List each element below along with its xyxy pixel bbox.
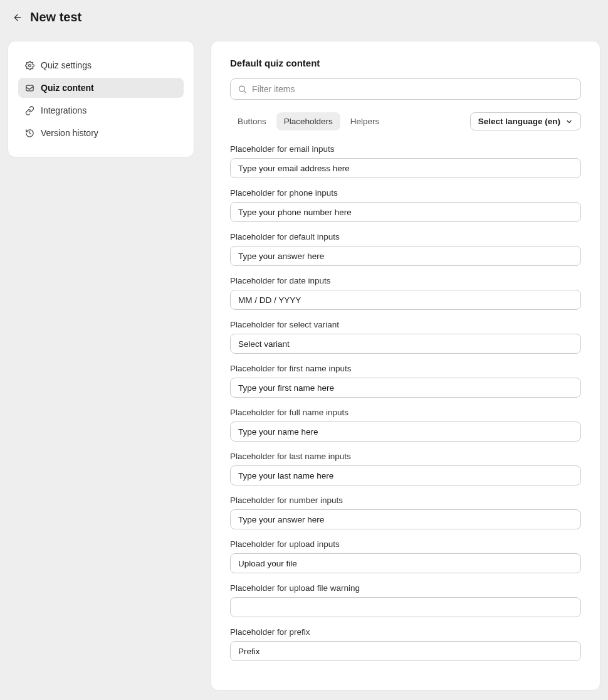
field-label: Placeholder for upload file warning bbox=[230, 583, 581, 593]
field-label: Placeholder for last name inputs bbox=[230, 452, 581, 461]
section-title: Default quiz content bbox=[230, 58, 581, 68]
sidebar-item-label: Quiz settings bbox=[41, 60, 92, 70]
sidebar-item-quiz-settings[interactable]: Quiz settings bbox=[18, 55, 184, 75]
field-input[interactable] bbox=[230, 509, 581, 529]
field-input[interactable] bbox=[230, 246, 581, 266]
language-select[interactable]: Select language (en) bbox=[470, 112, 581, 130]
filter-items-input[interactable] bbox=[230, 78, 581, 100]
sidebar: Quiz settingsQuiz contentIntegrationsVer… bbox=[8, 41, 194, 157]
page-title: New test bbox=[30, 10, 81, 24]
field-input[interactable] bbox=[230, 158, 581, 178]
field-input[interactable] bbox=[230, 334, 581, 354]
field-row: Placeholder for select variant bbox=[230, 320, 581, 354]
gear-icon bbox=[24, 60, 34, 70]
svg-line-4 bbox=[244, 91, 246, 93]
field-label: Placeholder for first name inputs bbox=[230, 364, 581, 373]
main-panel: Default quiz content ButtonsPlaceholders… bbox=[211, 41, 600, 691]
sidebar-item-quiz-content[interactable]: Quiz content bbox=[18, 78, 184, 98]
tabs: ButtonsPlaceholdersHelpers bbox=[230, 112, 387, 130]
field-label: Placeholder for full name inputs bbox=[230, 408, 581, 417]
field-input[interactable] bbox=[230, 641, 581, 661]
field-row: Placeholder for number inputs bbox=[230, 496, 581, 529]
tab-placeholders[interactable]: Placeholders bbox=[276, 112, 340, 130]
fields-list: Placeholder for email inputsPlaceholder … bbox=[230, 144, 581, 661]
svg-point-3 bbox=[239, 86, 245, 92]
svg-point-1 bbox=[28, 64, 31, 66]
field-row: Placeholder for upload inputs bbox=[230, 539, 581, 573]
field-label: Placeholder for default inputs bbox=[230, 232, 581, 241]
field-label: Placeholder for email inputs bbox=[230, 144, 581, 154]
sidebar-item-label: Version history bbox=[41, 128, 98, 138]
page-header: New test bbox=[0, 0, 608, 33]
field-input[interactable] bbox=[230, 202, 581, 222]
field-label: Placeholder for upload inputs bbox=[230, 539, 581, 549]
sidebar-item-version-history[interactable]: Version history bbox=[18, 123, 184, 143]
field-label: Placeholder for select variant bbox=[230, 320, 581, 329]
field-input[interactable] bbox=[230, 290, 581, 310]
field-row: Placeholder for prefix bbox=[230, 627, 581, 661]
field-row: Placeholder for last name inputs bbox=[230, 452, 581, 485]
field-input[interactable] bbox=[230, 553, 581, 573]
field-label: Placeholder for prefix bbox=[230, 627, 581, 637]
field-row: Placeholder for upload file warning bbox=[230, 583, 581, 617]
history-icon bbox=[24, 128, 34, 138]
field-row: Placeholder for date inputs bbox=[230, 276, 581, 310]
tab-helpers[interactable]: Helpers bbox=[343, 112, 387, 130]
field-row: Placeholder for default inputs bbox=[230, 232, 581, 266]
link-icon bbox=[24, 105, 34, 115]
field-input[interactable] bbox=[230, 422, 581, 442]
field-input[interactable] bbox=[230, 597, 581, 617]
tab-buttons[interactable]: Buttons bbox=[230, 112, 274, 130]
sidebar-item-label: Quiz content bbox=[41, 83, 94, 93]
field-input[interactable] bbox=[230, 378, 581, 398]
field-row: Placeholder for phone inputs bbox=[230, 188, 581, 222]
tabs-row: ButtonsPlaceholdersHelpers Select langua… bbox=[230, 112, 581, 130]
sidebar-item-integrations[interactable]: Integrations bbox=[18, 100, 184, 120]
search-icon bbox=[238, 85, 247, 94]
field-row: Placeholder for full name inputs bbox=[230, 408, 581, 442]
arrow-left-icon bbox=[13, 13, 23, 23]
field-label: Placeholder for date inputs bbox=[230, 276, 581, 285]
field-row: Placeholder for first name inputs bbox=[230, 364, 581, 398]
content-icon bbox=[24, 83, 34, 93]
chevron-down-icon bbox=[565, 118, 573, 125]
field-input[interactable] bbox=[230, 465, 581, 485]
back-button[interactable] bbox=[11, 11, 24, 24]
filter-items-wrap bbox=[230, 78, 581, 100]
field-label: Placeholder for number inputs bbox=[230, 496, 581, 505]
language-select-label: Select language (en) bbox=[478, 117, 560, 126]
field-row: Placeholder for email inputs bbox=[230, 144, 581, 178]
sidebar-item-label: Integrations bbox=[41, 105, 86, 115]
field-label: Placeholder for phone inputs bbox=[230, 188, 581, 198]
